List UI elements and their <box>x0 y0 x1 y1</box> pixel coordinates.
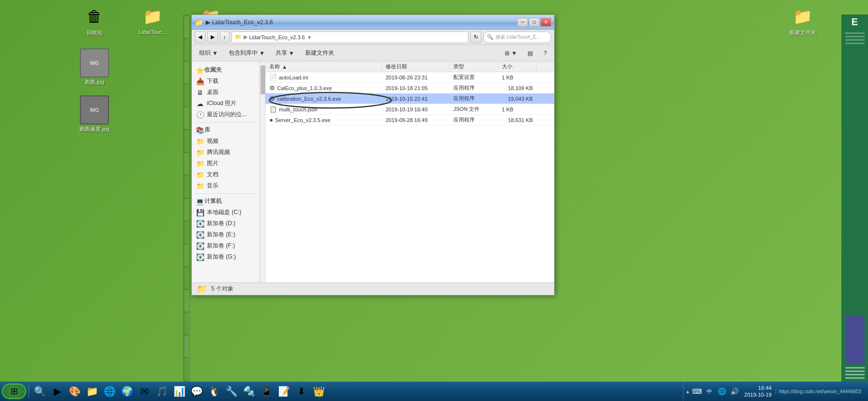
tray-keyboard-icon[interactable]: ⌨ <box>691 386 703 397</box>
taskbar-music-icon[interactable]: 🎵 <box>154 383 170 400</box>
help-button[interactable]: ? <box>539 47 551 60</box>
view-options-button[interactable]: ⊞ ▼ <box>500 47 521 60</box>
taskbar-chrome-icon[interactable]: 🌍 <box>119 383 135 400</box>
sidebar-item-d-drive[interactable]: 💽 新加卷 (D:) <box>192 218 259 229</box>
sidebar-scroll-thumb[interactable] <box>261 65 265 94</box>
computer-label: 计算机 <box>204 197 222 205</box>
file-row-caleco[interactable]: ⚙ CalEco_plus_1.0.3.exe 2019-10-18 21:05… <box>265 83 554 93</box>
newfolder-icon: 📁 <box>791 5 814 28</box>
taskbar-qq-icon[interactable]: 🐧 <box>206 383 222 400</box>
documents-icon: 📁 <box>196 171 204 179</box>
taskbar-download-icon[interactable]: ⬇ <box>293 383 310 400</box>
search-box[interactable]: 🔍 搜索 LidarTouch_E... <box>483 31 551 43</box>
taskbar: ⊞ 🔍 ▶ 🎨 📁 🌐 🌍 ✉ 🎵 📊 💬 🐧 🔧 🔩 📱 📝 ⬇ 👑 ▲ ⌨ … <box>0 382 868 401</box>
include-library-button[interactable]: 包含到库中 ▼ <box>224 47 269 60</box>
desktop-icon-lidartouch[interactable]: 📁 LidarTouc... <box>136 5 170 36</box>
taskbar-android-icon[interactable]: 📱 <box>258 383 275 400</box>
col-header-size[interactable]: 大小 <box>498 62 537 72</box>
taskbar-paint-icon[interactable]: 🎨 <box>66 383 83 400</box>
window-icon: 📁 <box>195 18 203 26</box>
sidebar-item-documents[interactable]: 📁 文档 <box>192 169 259 180</box>
sidebar-item-icloud[interactable]: ☁ iCloud 照片 <box>192 98 259 109</box>
file-row-multitouch[interactable]: 📋 multi_touch.json 2019-10-19 16:40 JSON… <box>265 104 554 115</box>
start-button[interactable]: ⊞ <box>2 384 26 399</box>
file-row-server[interactable]: ● Server_Eco_v2.3.5.exe 2019-09-28 16:49… <box>265 115 554 125</box>
taskbar-csdn-icon[interactable]: 📝 <box>276 383 292 400</box>
file-row-calibration[interactable]: ⚙ calibration_Eco_v2.3.6.exe 2019-10-15 … <box>265 93 554 104</box>
address-path-text: LidarTouch_Eco_v2.3.6 <box>249 34 305 40</box>
view-pane-button[interactable]: ▤ <box>523 47 537 60</box>
d-drive-label: 新加卷 (D:) <box>207 219 235 228</box>
file-modified-autoload: 2019-08-26 23:31 <box>382 72 450 82</box>
taskbar-chart-icon[interactable]: 📊 <box>171 383 187 400</box>
col-header-name[interactable]: 名称 ▲ <box>265 62 382 72</box>
close-button[interactable]: ✕ <box>541 18 551 27</box>
icloud-icon: ☁ <box>196 100 204 108</box>
sidebar-header-computer: 💻 计算机 <box>192 196 259 207</box>
desktop-icon-newfolder[interactable]: 📁 新建文件夹 <box>786 5 820 36</box>
taskbar-search-icon[interactable]: 🔍 <box>31 383 48 400</box>
music-label: 音乐 <box>207 182 218 190</box>
multitouch-icon: 📋 <box>269 106 277 113</box>
tray-ime-icon[interactable]: 中 <box>704 386 715 397</box>
sidebar-item-download[interactable]: 📥 下载 <box>192 76 259 87</box>
sidebar-item-desktop[interactable]: 🖥 桌面 <box>192 87 259 98</box>
desktop-icon-recyclebin[interactable]: 🗑 回收站 <box>78 5 111 36</box>
taskbar-ie-icon[interactable]: 🌐 <box>101 383 118 400</box>
sidebar-item-tencent-video[interactable]: 📁 腾讯视频 <box>192 147 259 158</box>
taskbar-qt2-icon[interactable]: 🔩 <box>241 383 257 400</box>
sidebar-item-e-drive[interactable]: 💽 新加卷 (E:) <box>192 229 259 240</box>
status-count: 5 个对象 <box>211 285 233 293</box>
sidebar-item-g-drive[interactable]: 💽 新加卷 (G:) <box>192 251 259 262</box>
back-button[interactable]: ◀ <box>195 31 205 43</box>
taskbar-wechat-icon[interactable]: 💬 <box>188 383 205 400</box>
sidebar-item-c-drive[interactable]: 💾 本地磁盘 (C:) <box>192 207 259 218</box>
organize-button[interactable]: 组织 ▼ <box>195 47 222 60</box>
img1-icon: IMG <box>80 48 109 77</box>
tencent-video-icon: 📁 <box>196 149 204 156</box>
address-path-box[interactable]: 📁 ▶ LidarTouch_Eco_v2.3.6 ▼ <box>232 31 469 43</box>
pictures-icon: 📁 <box>196 160 204 168</box>
tray-network-icon[interactable]: 🌐 <box>716 386 728 397</box>
download-label: 下载 <box>207 77 218 85</box>
taskbar-folder-icon[interactable]: 📁 <box>84 383 100 400</box>
maximize-button[interactable]: □ <box>529 18 540 27</box>
library-icon: 📚 <box>196 126 204 134</box>
tray-volume-icon[interactable]: 🔊 <box>729 386 741 397</box>
share-button[interactable]: 共享 ▼ <box>271 47 299 60</box>
file-name-caleco: ⚙ CalEco_plus_1.0.3.exe <box>265 83 382 93</box>
file-type-autoload: 配置设置 <box>450 72 498 82</box>
icloud-label: iCloud 照片 <box>207 99 236 108</box>
file-type-calibration: 应用程序 <box>450 93 498 104</box>
tray-show-hidden-icon[interactable]: ▲ <box>685 389 690 394</box>
tray-clock[interactable]: 16:44 2019-10-19 <box>742 385 775 399</box>
taskbar-king-icon[interactable]: 👑 <box>310 383 327 400</box>
new-folder-button[interactable]: 新建文件夹 <box>301 47 339 60</box>
taskbar-qt1-icon[interactable]: 🔧 <box>223 383 240 400</box>
file-name-multitouch: 📋 multi_touch.json <box>265 104 382 114</box>
col-header-type[interactable]: 类型 <box>450 62 498 72</box>
forward-button[interactable]: ▶ <box>207 31 218 43</box>
sidebar-item-recent[interactable]: 🕐 最近访问的位... <box>192 109 259 120</box>
file-size-caleco: 18,109 KB <box>498 83 537 93</box>
file-modified-multitouch: 2019-10-19 16:40 <box>382 104 450 114</box>
sidebar-item-f-drive[interactable]: 💽 新加卷 (F:) <box>192 240 259 251</box>
sidebar-scrollbar[interactable] <box>260 62 265 282</box>
sidebar-item-pictures[interactable]: 📁 图片 <box>192 158 259 169</box>
calibration-icon: ⚙ <box>269 95 275 102</box>
desktop: 🗑 回收站 📁 LidarTouc... 📁 Tools 📁 新建文件夹 IMG… <box>0 0 868 401</box>
col-header-modified[interactable]: 修改日期 <box>382 62 450 72</box>
taskbar-mail-icon[interactable]: ✉ <box>136 383 153 400</box>
file-list-header: 名称 ▲ 修改日期 类型 大小 <box>265 62 554 72</box>
taskbar-media-icon[interactable]: ▶ <box>49 383 65 400</box>
refresh-button[interactable]: ↻ <box>470 31 481 43</box>
minimize-button[interactable]: ─ <box>517 18 528 27</box>
sidebar-item-music[interactable]: 📁 音乐 <box>192 180 259 191</box>
sidebar-item-video[interactable]: 📁 视频 <box>192 136 259 147</box>
desktop-icon-img2[interactable]: IMG 跑跑速度.jpg <box>78 95 111 133</box>
file-row-autoload[interactable]: 📄 autoLoad.ini 2019-08-26 23:31 配置设置 1 K… <box>265 72 554 83</box>
desktop-icon-img1[interactable]: IMG 跑跑.jpg <box>78 48 111 86</box>
main-content: ⭐ 收藏夹 📥 下载 🖥 桌面 ☁ iCloud 照片 <box>192 62 554 282</box>
desktop-icons-leftmid: IMG 跑跑.jpg IMG 跑跑速度.jpg <box>78 48 111 133</box>
up-button[interactable]: ↑ <box>220 31 230 43</box>
